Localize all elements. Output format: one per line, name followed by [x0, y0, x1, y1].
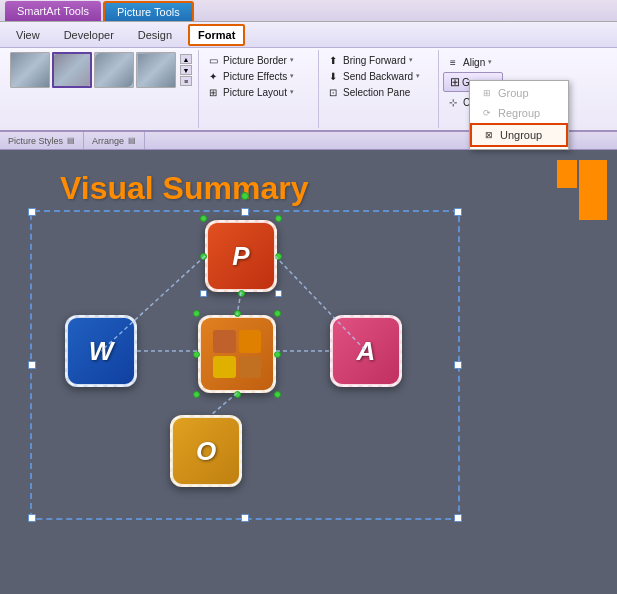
style-thumb-1[interactable]: [10, 52, 50, 88]
ppt-h-tl: [200, 215, 207, 222]
scroll-up[interactable]: ▲: [180, 54, 192, 64]
icons-container: P W: [50, 215, 440, 510]
excel-h-ml: [193, 351, 200, 358]
rotate-handle: [241, 192, 249, 200]
style-thumb-4[interactable]: [136, 52, 176, 88]
picture-styles-expand[interactable]: ▤: [67, 136, 75, 145]
ppt-h-ml: [200, 253, 207, 260]
orange-rect-small: [557, 160, 577, 188]
ppt-h-mr: [275, 253, 282, 260]
svg-line-5: [211, 393, 237, 415]
excel-h-tl: [193, 310, 200, 317]
crop-icon: ⊹: [446, 95, 460, 109]
visual-summary-title: Visual Summary: [60, 170, 308, 207]
excel-icon[interactable]: [198, 315, 276, 393]
regroup-option[interactable]: ⟳ Regroup: [470, 103, 568, 123]
word-icon[interactable]: W: [65, 315, 137, 387]
picture-layout-icon: ⊞: [206, 85, 220, 99]
arrange-section: ⬆ Bring Forward ▾ ⬇ Send Backward ▾ ⊡ Se…: [319, 50, 439, 128]
smartart-tools-tab[interactable]: SmartArt Tools: [5, 1, 101, 21]
ribbon: ▲ ▼ ≡ ▭ Picture Border ▾ ✦ Picture Effec…: [0, 48, 617, 132]
access-icon[interactable]: A: [330, 315, 402, 387]
scroll-more[interactable]: ≡: [180, 76, 192, 86]
group-option-icon: ⊞: [480, 86, 494, 100]
group-icon: ⊞: [450, 75, 460, 89]
regroup-option-icon: ⟳: [480, 106, 494, 120]
powerpoint-icon[interactable]: P: [205, 220, 277, 292]
handle-tr: [454, 208, 462, 216]
style-thumb-2[interactable]: [52, 52, 92, 88]
excel-h-bl: [193, 391, 200, 398]
border-dropdown-arrow: ▾: [290, 56, 294, 64]
orange-rect-top: [579, 160, 607, 220]
nav-developer[interactable]: Developer: [56, 26, 122, 44]
bring-forward-btn[interactable]: ⬆ Bring Forward ▾: [323, 52, 434, 68]
ungroup-option-icon: ⊠: [482, 128, 496, 142]
handle-tl: [28, 208, 36, 216]
main-content: Visual Summary P: [0, 150, 617, 594]
excel-h-tr: [274, 310, 281, 317]
excel-h-tm: [234, 310, 241, 317]
handle-ml: [28, 361, 36, 369]
scroll-down[interactable]: ▼: [180, 65, 192, 75]
picture-styles-label: Picture Styles ▤: [0, 132, 84, 149]
handle-bm: [241, 514, 249, 522]
arrange-expand[interactable]: ▤: [128, 136, 136, 145]
align-icon: ≡: [446, 55, 460, 69]
align-btn[interactable]: ≡ Align ▾: [443, 54, 495, 70]
handle-bl: [28, 514, 36, 522]
excel-h-bm: [234, 391, 241, 398]
thumb-scroll: ▲ ▼ ≡: [180, 54, 192, 86]
excel-h-br: [274, 391, 281, 398]
picture-commands-section: ▭ Picture Border ▾ ✦ Picture Effects ▾ ⊞…: [199, 50, 319, 128]
title-bar: SmartArt Tools Picture Tools: [0, 0, 617, 22]
nav-design[interactable]: Design: [130, 26, 180, 44]
ppt-h-tr: [275, 215, 282, 222]
picture-border-btn[interactable]: ▭ Picture Border ▾: [203, 52, 314, 68]
ungroup-option[interactable]: ⊠ Ungroup: [470, 123, 568, 147]
handle-mr: [454, 361, 462, 369]
excel-h-mr: [274, 351, 281, 358]
nav-view[interactable]: View: [8, 26, 48, 44]
send-backward-icon: ⬇: [326, 69, 340, 83]
selection-pane-icon: ⊡: [326, 85, 340, 99]
ppt-h-bl: [200, 290, 207, 297]
group-option[interactable]: ⊞ Group: [470, 83, 568, 103]
align-group-section: ≡ Align ▾ ⊞ Group ▾ ⊹ Crop: [439, 50, 569, 128]
send-backward-btn[interactable]: ⬇ Send Backward ▾: [323, 68, 434, 84]
effects-dropdown-arrow: ▾: [290, 72, 294, 80]
ppt-h-bm: [238, 290, 245, 297]
picture-styles-group: ▲ ▼ ≡: [4, 50, 199, 128]
handle-br: [454, 514, 462, 522]
style-thumb-3[interactable]: [94, 52, 134, 88]
ppt-h-br: [275, 290, 282, 297]
bring-forward-icon: ⬆: [326, 53, 340, 67]
picture-effects-icon: ✦: [206, 69, 220, 83]
layout-dropdown-arrow: ▾: [290, 88, 294, 96]
nav-format[interactable]: Format: [188, 24, 245, 46]
arrange-label: Arrange ▤: [84, 132, 145, 149]
picture-tools-tab[interactable]: Picture Tools: [103, 1, 194, 21]
outlook-icon[interactable]: O: [170, 415, 242, 487]
thumbnails-row: ▲ ▼ ≡: [10, 52, 192, 88]
ribbon-nav: View Developer Design Format: [0, 22, 617, 48]
picture-layout-btn[interactable]: ⊞ Picture Layout ▾: [203, 84, 314, 100]
selection-pane-btn[interactable]: ⊡ Selection Pane: [323, 84, 434, 100]
picture-effects-btn[interactable]: ✦ Picture Effects ▾: [203, 68, 314, 84]
picture-border-icon: ▭: [206, 53, 220, 67]
group-dropdown: ⊞ Group ⟳ Regroup ⊠ Ungroup: [469, 80, 569, 150]
